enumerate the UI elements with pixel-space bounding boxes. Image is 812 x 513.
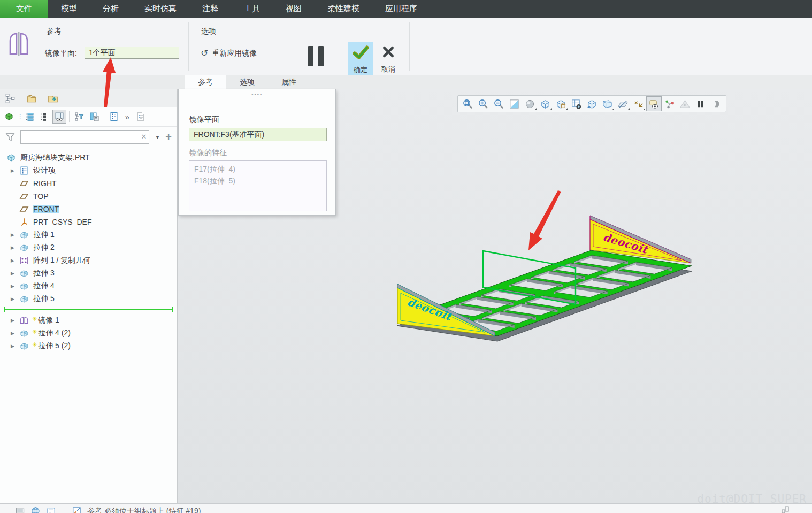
- expand-list-icon[interactable]: [37, 110, 51, 124]
- datum-tag-display-icon[interactable]: [631, 96, 646, 111]
- menu-tab-analysis[interactable]: 分析: [90, 0, 132, 18]
- model-display-icon[interactable]: [2, 110, 16, 124]
- named-views-icon[interactable]: [600, 96, 615, 111]
- zoom-out-icon[interactable]: [491, 96, 507, 111]
- shading-style-icon[interactable]: [522, 96, 538, 111]
- menu-tab-model[interactable]: 模型: [48, 0, 90, 18]
- stop-icon[interactable]: [708, 96, 724, 111]
- menu-tab-annotate[interactable]: 注释: [189, 0, 231, 18]
- funnel-icon[interactable]: [3, 130, 17, 144]
- tree-search-input[interactable]: [21, 131, 149, 143]
- expand-arrow-icon[interactable]: ▶: [11, 168, 19, 173]
- panel-mirror-plane-field[interactable]: FRONT:F3(基准平面): [189, 128, 327, 141]
- status-bar: 参考 必须位于组标题上 (特征 #19): [0, 503, 812, 513]
- expand-arrow-icon[interactable]: ▶: [11, 258, 19, 263]
- dashboard-tab-properties[interactable]: 属性: [268, 75, 310, 89]
- add-filter-icon[interactable]: +: [163, 131, 174, 143]
- tree-item-4[interactable]: FRONT: [0, 203, 177, 216]
- tree-item-label: FRONT: [33, 205, 59, 213]
- expand-arrow-icon[interactable]: ▶: [11, 245, 19, 250]
- drag-dots-icon: ⋮: [17, 114, 21, 119]
- menu-tab-tools[interactable]: 工具: [231, 0, 273, 18]
- options-group-title: 选项: [201, 27, 216, 36]
- expand-arrow-icon[interactable]: ▶: [11, 296, 19, 302]
- statusbar-separator: [64, 506, 64, 513]
- graphics-toolbar: [457, 95, 726, 112]
- tree-item-2[interactable]: RIGHT: [0, 177, 177, 190]
- menu-tab-flexible-modeling[interactable]: 柔性建模: [315, 0, 372, 18]
- new-feature-star-icon: ✳: [32, 328, 37, 335]
- pause-icon[interactable]: [693, 96, 708, 111]
- expand-arrow-icon[interactable]: ▶: [11, 331, 19, 336]
- refit-icon[interactable]: [507, 96, 522, 111]
- tree-item-13[interactable]: ▶✳镜像 1: [0, 314, 177, 327]
- dashboard-tab-options[interactable]: 选项: [226, 75, 268, 89]
- clear-search-icon[interactable]: ✕: [141, 133, 147, 141]
- last-orientation-icon[interactable]: [584, 96, 600, 111]
- search-dropdown-icon[interactable]: ▼: [151, 134, 163, 140]
- tree-item-14[interactable]: ▶✳拉伸 4 (2): [0, 327, 177, 340]
- expand-arrow-icon[interactable]: ▶: [11, 284, 19, 289]
- tree-item-1[interactable]: ▶设计项: [0, 164, 177, 177]
- tree-item-8[interactable]: ▶阵列 1 / 复制几何: [0, 254, 177, 267]
- pattern-icon: [19, 256, 30, 265]
- extrude-icon: [19, 281, 30, 291]
- tree-insertion-locator[interactable]: [3, 305, 174, 314]
- csys-icon: [19, 217, 30, 227]
- tree-item-0[interactable]: 厨房海绵块支架.PRT: [0, 151, 177, 164]
- datum-display-icon[interactable]: [615, 96, 631, 111]
- folder-browser-tab[interactable]: [25, 91, 39, 105]
- simulation-icon[interactable]: [677, 96, 693, 111]
- resize-grip-icon[interactable]: [781, 506, 790, 513]
- tree-format-icon[interactable]: [87, 110, 101, 124]
- dashboard-tab-reference[interactable]: 参考: [185, 75, 226, 89]
- zoom-in-icon[interactable]: [476, 96, 491, 111]
- tree-filter-icon[interactable]: [72, 110, 86, 124]
- notes-icon[interactable]: [46, 506, 56, 513]
- display-style-icon[interactable]: [538, 96, 553, 111]
- annotation-display-icon[interactable]: [646, 96, 662, 111]
- tree-item-15[interactable]: ▶✳拉伸 5 (2): [0, 340, 177, 353]
- saved-orientations-icon[interactable]: [553, 96, 569, 111]
- panel-drag-handle[interactable]: ▪▪▪▪: [179, 91, 335, 97]
- overflow-chevrons[interactable]: »: [122, 110, 133, 124]
- favorites-tab[interactable]: [46, 91, 60, 105]
- expand-arrow-icon[interactable]: ▶: [11, 271, 19, 276]
- extrude-icon: [19, 328, 30, 338]
- menu-tab-live-simulation[interactable]: 实时仿真: [132, 0, 189, 18]
- expand-arrow-icon[interactable]: ▶: [11, 343, 19, 349]
- tree-item-label: RIGHT: [33, 179, 57, 188]
- tree-item-7[interactable]: ▶拉伸 2: [0, 241, 177, 254]
- menu-tab-view[interactable]: 视图: [273, 0, 315, 18]
- tree-columns-icon[interactable]: [52, 110, 66, 124]
- screen-icon[interactable]: [15, 506, 25, 513]
- pause-feature-button[interactable]: [303, 43, 328, 70]
- mirrored-feature-item[interactable]: F17(拉伸_4): [189, 163, 326, 175]
- tree-item-9[interactable]: ▶拉伸 3: [0, 267, 177, 280]
- spin-center-icon[interactable]: [662, 96, 677, 111]
- mirror-plane-collector[interactable]: 1个平面: [85, 47, 179, 59]
- menu-tab-file[interactable]: 文件: [0, 0, 48, 18]
- reapply-mirror-button[interactable]: ↺ 重新应用镜像: [201, 48, 257, 59]
- checklist-icon[interactable]: [107, 110, 121, 124]
- tree-item-6[interactable]: ▶拉伸 1: [0, 228, 177, 241]
- expand-arrow-icon[interactable]: ▶: [11, 318, 19, 323]
- zoom-window-icon[interactable]: [460, 96, 476, 111]
- tree-item-label: 阵列 1 / 复制几何: [33, 256, 90, 265]
- settings-file-icon[interactable]: [134, 110, 148, 124]
- model-tree-tab[interactable]: [3, 91, 17, 105]
- menu-tab-applications[interactable]: 应用程序: [372, 0, 430, 18]
- view-manager-icon[interactable]: [569, 96, 584, 111]
- tree-item-3[interactable]: TOP: [0, 190, 177, 203]
- tree-item-11[interactable]: ▶拉伸 5: [0, 293, 177, 305]
- tree-item-5[interactable]: PRT_CSYS_DEF: [0, 216, 177, 228]
- web-browser-icon[interactable]: [30, 506, 41, 513]
- tree-item-10[interactable]: ▶拉伸 4: [0, 280, 177, 293]
- model-tree: 厨房海绵块支架.PRT▶设计项RIGHTTOPFRONTPRT_CSYS_DEF…: [0, 147, 177, 353]
- mirrored-feature-item[interactable]: F18(拉伸_5): [189, 175, 326, 187]
- mirror-feature-icon: [7, 29, 30, 60]
- expand-arrow-icon[interactable]: ▶: [11, 232, 19, 238]
- tree-item-label: 厨房海绵块支架.PRT: [20, 153, 90, 163]
- tree-item-label: 拉伸 5 (2): [38, 341, 71, 351]
- show-list-icon[interactable]: [22, 110, 36, 124]
